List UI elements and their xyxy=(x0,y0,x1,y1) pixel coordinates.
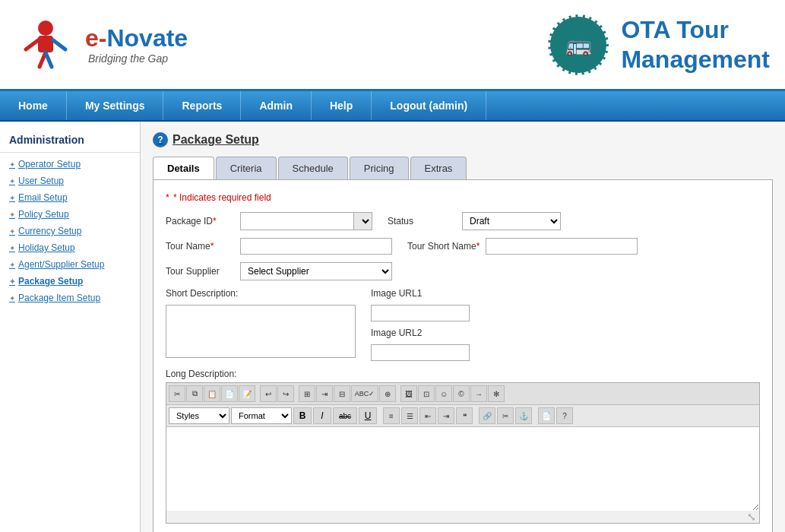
nav-admin[interactable]: Admin xyxy=(241,91,312,120)
editor-paste-btn[interactable]: 📋 xyxy=(204,385,220,402)
editor-italic-btn[interactable]: I xyxy=(313,407,331,424)
editor-source-btn[interactable]: ✻ xyxy=(488,385,505,402)
long-desc-editor[interactable] xyxy=(166,427,759,511)
editor-paste-plain-btn[interactable]: 📄 xyxy=(221,385,238,402)
editor-arrow-btn[interactable]: → xyxy=(470,385,487,402)
editor-underline-btn[interactable]: U xyxy=(359,407,377,424)
tab-criteria[interactable]: Criteria xyxy=(216,157,277,179)
sidebar-item-policy-setup[interactable]: ✦ Policy Setup xyxy=(0,206,140,223)
editor-ol-btn[interactable]: ≡ xyxy=(383,407,400,424)
status-select[interactable]: Draft Active Inactive xyxy=(462,212,561,230)
sidebar-item-package-setup[interactable]: ✦ Package Setup xyxy=(0,273,140,290)
tab-schedule[interactable]: Schedule xyxy=(278,157,348,179)
logo-text: e-Novate Bridging the Gap xyxy=(85,24,188,65)
sidebar-title: Administration xyxy=(0,129,140,153)
package-id-label: Package ID* xyxy=(166,216,234,226)
editor-bold2-btn[interactable]: ⊕ xyxy=(379,385,396,402)
editor-styles-select[interactable]: Styles xyxy=(169,407,229,424)
editor-toolbar-row2: Styles Format B I abc U ≡ ☰ ⇤ ⇥ xyxy=(166,405,759,427)
tour-short-name-input[interactable] xyxy=(486,238,638,255)
editor-img-btn[interactable]: 🖼 xyxy=(400,385,417,402)
status-label: Status xyxy=(388,216,456,226)
sidebar-item-holiday-setup[interactable]: ✦ Holiday Setup xyxy=(0,239,140,256)
editor-resize-handle[interactable]: ⤡ xyxy=(166,511,759,523)
editor-copy-btn[interactable]: ⧉ xyxy=(186,385,203,402)
tab-details[interactable]: Details xyxy=(153,157,214,179)
editor-select-all-btn[interactable]: ⊟ xyxy=(334,385,350,402)
editor-page-btn[interactable]: 📄 xyxy=(538,407,555,424)
sidebar-item-email-setup[interactable]: ✦ Email Setup xyxy=(0,189,140,206)
package-id-input[interactable] xyxy=(240,212,354,230)
editor-anchor-btn[interactable]: ⚓ xyxy=(515,407,532,424)
nav-logout[interactable]: Logout (admin) xyxy=(372,91,486,120)
image-url1-input[interactable] xyxy=(371,305,470,321)
logo-icon xyxy=(15,14,76,75)
svg-line-5 xyxy=(46,52,52,67)
form-row-2: Tour Name* Tour Short Name* xyxy=(166,238,760,255)
bullet-icon: ✦ xyxy=(9,194,15,202)
long-desc-section: Long Description: ✂ ⧉ 📋 📄 📝 ↩ ↪ ⊞ xyxy=(166,369,760,524)
bullet-icon: ✦ xyxy=(9,294,15,302)
tab-extras[interactable]: Extras xyxy=(410,157,467,179)
editor-unlink-btn[interactable]: ✂ xyxy=(497,407,514,424)
sidebar-item-user-setup[interactable]: ✦ User Setup xyxy=(0,173,140,189)
logo-section: e-Novate Bridging the Gap xyxy=(15,14,188,75)
svg-line-2 xyxy=(26,40,38,49)
tour-short-name-label: Tour Short Name* xyxy=(407,241,480,252)
bullet-icon: ✦ xyxy=(9,277,15,286)
sidebar-item-operator-setup[interactable]: ✦ Operator Setup xyxy=(0,156,140,173)
editor-find-btn[interactable]: ⊞ xyxy=(299,385,315,402)
editor-strike-btn[interactable]: abc xyxy=(333,407,357,424)
tour-short-name-group: Tour Short Name* xyxy=(407,238,638,255)
tabs-bar: Details Criteria Schedule Pricing Extras xyxy=(153,157,773,179)
editor-format-select[interactable]: Format xyxy=(231,407,292,424)
tour-name-label: Tour Name* xyxy=(166,241,234,252)
short-desc-group: Short Description: xyxy=(166,288,356,358)
editor-replace-btn[interactable]: ⇥ xyxy=(316,385,333,402)
editor-link-btn[interactable]: 🔗 xyxy=(479,407,495,424)
nav-home[interactable]: Home xyxy=(0,91,67,120)
ota-title: OTA TourManagement xyxy=(621,15,770,74)
tab-pricing[interactable]: Pricing xyxy=(350,157,409,179)
editor-quote-btn[interactable]: ❝ xyxy=(456,407,473,424)
short-desc-textarea[interactable] xyxy=(166,305,356,358)
editor-cut-btn[interactable]: ✂ xyxy=(169,385,185,402)
editor-bold-btn[interactable]: B xyxy=(293,407,312,424)
sidebar-item-agent-supplier-setup[interactable]: ✦ Agent/Supplier Setup xyxy=(0,256,140,273)
bullet-icon: ✦ xyxy=(9,227,15,236)
bullet-icon: ✦ xyxy=(9,261,15,269)
editor-indent-btn[interactable]: ⇥ xyxy=(438,407,454,424)
main-nav: Home My Settings Reports Admin Help Logo… xyxy=(0,91,785,122)
sidebar-item-package-item-setup[interactable]: ✦ Package Item Setup xyxy=(0,290,140,306)
supplier-select[interactable]: Select Supplier xyxy=(240,262,392,280)
editor-table-btn[interactable]: ⊡ xyxy=(418,385,435,402)
nav-my-settings[interactable]: My Settings xyxy=(67,91,164,120)
sidebar-item-currency-setup[interactable]: ✦ Currency Setup xyxy=(0,223,140,239)
form-row-3: Tour Supplier Select Supplier xyxy=(166,262,760,280)
tour-name-group: Tour Name* xyxy=(166,238,392,255)
svg-point-0 xyxy=(38,21,53,36)
page-title: ? Package Setup xyxy=(153,132,773,147)
logo-enovate: e-Novate xyxy=(85,24,188,52)
image-url2-input[interactable] xyxy=(371,344,470,361)
nav-reports[interactable]: Reports xyxy=(163,91,241,120)
package-id-dropdown[interactable]: ▼ xyxy=(354,212,372,230)
tour-name-input[interactable] xyxy=(240,238,392,255)
editor-special-btn[interactable]: © xyxy=(453,385,470,402)
header: e-Novate Bridging the Gap 🚌 OTA TourMana… xyxy=(0,0,785,91)
help-icon[interactable]: ? xyxy=(153,132,168,147)
editor-smiley-btn[interactable]: ☺ xyxy=(435,385,452,402)
editor-paste-word-btn[interactable]: 📝 xyxy=(239,385,255,402)
editor-redo-btn[interactable]: ↪ xyxy=(277,385,294,402)
editor-outdent-btn[interactable]: ⇤ xyxy=(419,407,436,424)
editor-help-btn[interactable]: ? xyxy=(556,407,573,424)
sidebar: Administration ✦ Operator Setup ✦ User S… xyxy=(0,122,141,532)
editor-undo-btn[interactable]: ↩ xyxy=(260,385,277,402)
editor-ul-btn[interactable]: ☰ xyxy=(401,407,418,424)
nav-help[interactable]: Help xyxy=(312,91,372,120)
short-desc-label: Short Description: xyxy=(166,288,238,299)
status-group: Status Draft Active Inactive xyxy=(388,212,561,230)
editor-spellcheck-btn[interactable]: ABC✓ xyxy=(351,385,378,402)
bullet-icon: ✦ xyxy=(9,160,15,169)
required-note: * * Indicates required field xyxy=(166,192,760,203)
